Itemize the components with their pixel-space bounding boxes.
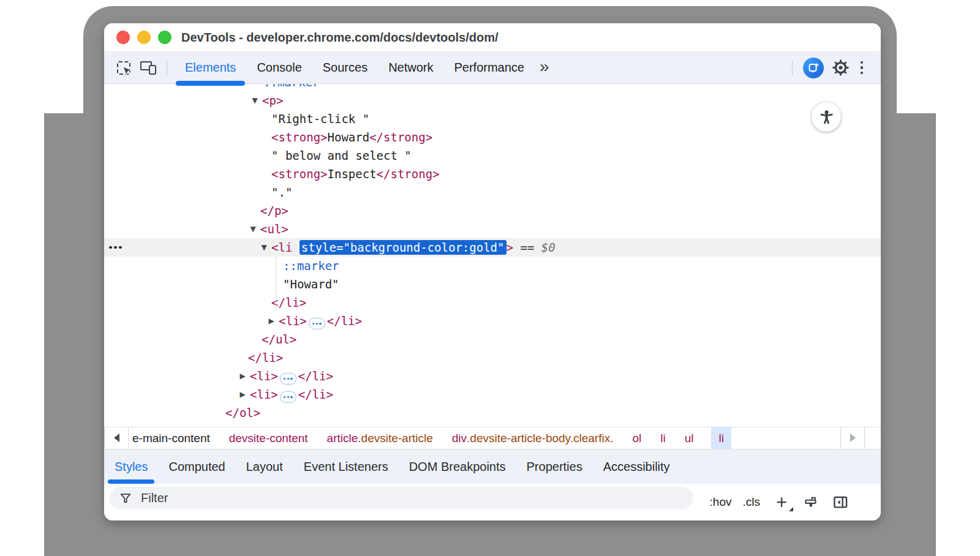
- gear-icon: [832, 59, 849, 76]
- crumb-token-plain: e-main-content: [132, 432, 210, 445]
- dom-tree-row[interactable]: ▶<li></li>: [104, 385, 881, 404]
- tab-styles[interactable]: Styles: [105, 449, 157, 484]
- tab-console[interactable]: Console: [246, 52, 312, 83]
- dom-tree-row[interactable]: " below and select ": [104, 146, 881, 165]
- dom-tree-row[interactable]: <strong>Howard</strong>: [104, 128, 881, 146]
- expand-collapsearrow-icon[interactable]: ▼: [258, 238, 270, 257]
- tab-event-listeners[interactable]: Event Listeners: [295, 449, 398, 484]
- dom-tree-row[interactable]: ▶<li></li>: [104, 312, 881, 330]
- tab-elements[interactable]: Elements: [175, 52, 246, 83]
- dom-tree-row[interactable]: ▼<ul>: [104, 220, 881, 238]
- expand-arrow-icon[interactable]: ▶: [236, 385, 249, 404]
- ai-assistance-button[interactable]: [803, 58, 824, 78]
- dom-tree-row[interactable]: ▶<li></li>: [104, 367, 881, 385]
- dom-tree-row[interactable]: </ol>: [104, 404, 881, 422]
- tab-network[interactable]: Network: [378, 52, 443, 83]
- close-window-button[interactable]: [116, 31, 130, 44]
- dom-node-text: </ol>: [225, 404, 260, 422]
- breadcrumb-scroll-left-button[interactable]: [104, 427, 129, 449]
- breadcrumb-item[interactable]: div.devsite-article-body.clearfix.: [451, 427, 615, 449]
- filter-input[interactable]: [140, 490, 630, 506]
- dom-node-text: </ul>: [262, 330, 296, 348]
- dom-node-text: <strong>Inspect</strong>: [271, 165, 440, 183]
- expand-collapsearrow-icon[interactable]: ▼: [249, 91, 261, 110]
- dom-tree-row[interactable]: </ul>: [104, 330, 881, 348]
- dom-token-text: Inspect: [328, 167, 377, 181]
- breadcrumb-item[interactable]: e-main-content: [131, 427, 211, 449]
- dom-token-eq: ==: [513, 241, 541, 254]
- inspect-element-button[interactable]: [111, 56, 136, 80]
- dom-tree-row[interactable]: <strong>Inspect</strong>: [104, 165, 881, 183]
- breadcrumb-scroll-right-button[interactable]: [840, 427, 865, 449]
- breadcrumb-item[interactable]: ol: [631, 427, 643, 449]
- dom-tree-row[interactable]: </li>: [104, 348, 881, 367]
- styles-pane-controls: :hov .cls +: [699, 484, 849, 520]
- minimize-window-button[interactable]: [137, 31, 151, 44]
- expand-collapsearrow-icon[interactable]: ▼: [247, 220, 259, 238]
- dom-tree-row[interactable]: ▼<p>: [104, 91, 881, 110]
- accessibility-person-icon: [818, 109, 835, 126]
- dom-token-tag: </li>: [298, 388, 333, 401]
- selected-attribute[interactable]: style="background-color:gold": [300, 240, 507, 255]
- breadcrumb: e-main-contentdevsite-contentarticle.dev…: [129, 427, 731, 449]
- row-actions-ellipsis-icon[interactable]: [109, 238, 122, 257]
- dom-tree-row[interactable]: ".": [104, 183, 881, 201]
- expand-arrow-icon[interactable]: ▶: [265, 312, 277, 330]
- breadcrumb-item[interactable]: article.devsite-article: [326, 427, 434, 449]
- chevron-left-icon: [114, 434, 119, 442]
- dom-tree-row[interactable]: </li>: [104, 293, 881, 312]
- toggle-device-toolbar-button[interactable]: [136, 56, 160, 80]
- dom-node-text: <li></li>: [250, 385, 333, 404]
- tab-sources[interactable]: Sources: [312, 52, 378, 83]
- tab-dom-breakpoints[interactable]: DOM Breakpoints: [400, 449, 515, 484]
- crumb-token-cls: .devsite-article: [358, 432, 433, 445]
- devtools-toolbar: ElementsConsoleSourcesNetworkPerformance…: [104, 52, 881, 84]
- breadcrumb-item[interactable]: li: [659, 427, 666, 449]
- tab-layout[interactable]: Layout: [237, 449, 292, 484]
- dom-tree-row[interactable]: ▼<li style="background-color:gold"> == $…: [104, 238, 881, 257]
- tab-properties[interactable]: Properties: [518, 449, 592, 484]
- dom-token-tag: <ul>: [260, 222, 288, 236]
- crumb-token-tag: article: [327, 432, 358, 445]
- settings-button[interactable]: [828, 56, 853, 80]
- crumb-token-tag: ul: [685, 432, 694, 445]
- dom-tree-row[interactable]: </p>: [104, 201, 881, 220]
- styles-filter-field[interactable]: [109, 487, 693, 509]
- toggle-element-state-button[interactable]: :hov: [710, 495, 732, 509]
- dom-tree-row[interactable]: "Howard": [104, 275, 881, 293]
- dom-tree-row[interactable]: "Right-click ": [104, 110, 881, 128]
- toolbar-divider-right: [792, 60, 793, 76]
- breadcrumb-item[interactable]: li: [711, 427, 731, 449]
- ellipsis-node-button[interactable]: [280, 391, 296, 403]
- screenshot-stage: DevTools - developer.chrome.com/docs/dev…: [0, 0, 980, 556]
- dom-token-tag: </p>: [260, 204, 288, 217]
- breadcrumb-item[interactable]: devsite-content: [228, 427, 309, 449]
- plus-icon: +: [776, 493, 787, 512]
- breadcrumb-item[interactable]: ul: [684, 427, 695, 449]
- dom-token-tag: </strong>: [369, 130, 432, 144]
- element-classes-button[interactable]: .cls: [743, 495, 761, 509]
- ellipsis-node-button[interactable]: [280, 373, 296, 385]
- toggle-sidebar-button[interactable]: [832, 494, 849, 511]
- tab-accessibility[interactable]: Accessibility: [594, 449, 679, 484]
- dom-node-text: ::marker: [263, 84, 320, 91]
- more-tabs-button[interactable]: »: [540, 58, 549, 78]
- dom-node-text: </p>: [260, 201, 288, 220]
- rendering-emulations-button[interactable]: [803, 494, 819, 510]
- tab-performance[interactable]: Performance: [444, 52, 535, 83]
- dom-token-tag: </ol>: [225, 406, 260, 419]
- toolbar-right-cluster: [786, 56, 871, 80]
- crumb-token-tag: li: [660, 432, 665, 445]
- more-options-button[interactable]: [853, 58, 871, 78]
- dom-tree-row[interactable]: ::marker: [104, 257, 881, 275]
- ellipsis-node-button[interactable]: [309, 318, 325, 329]
- dom-token-tag: <li>: [279, 314, 307, 328]
- dom-node-text: <li></li>: [250, 367, 333, 385]
- expand-arrow-icon[interactable]: ▶: [236, 367, 249, 385]
- dom-node-text: ::marker: [283, 257, 339, 275]
- zoom-window-button[interactable]: [158, 31, 172, 44]
- tab-computed[interactable]: Computed: [159, 449, 234, 484]
- new-style-rule-button[interactable]: +: [774, 493, 790, 511]
- window-title: DevTools - developer.chrome.com/docs/dev…: [181, 31, 499, 45]
- accessibility-overlay-button[interactable]: [812, 102, 841, 132]
